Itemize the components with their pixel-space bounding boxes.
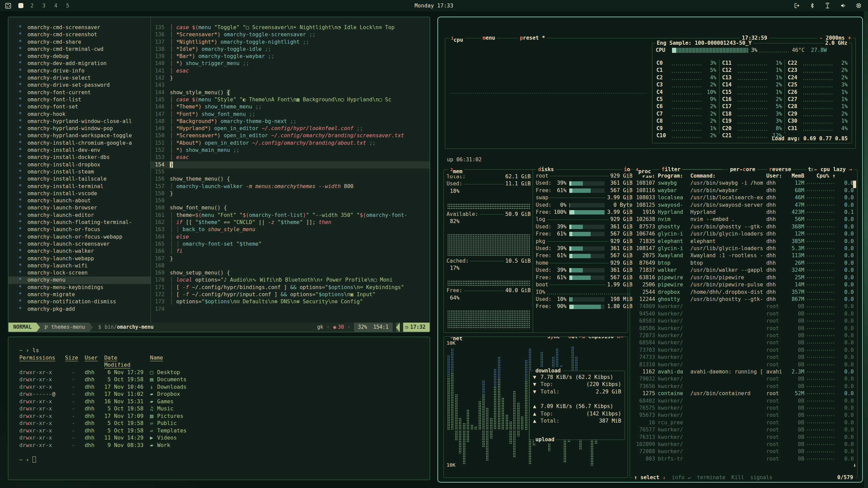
file-item[interactable]: *omarchy-migrate <box>8 291 151 298</box>
preset-button[interactable]: preset * <box>518 35 547 42</box>
signals-button[interactable]: signals <box>750 474 772 481</box>
process-row[interactable]: 1162avahi-daavahi-daemon: running [avahi… <box>630 368 857 375</box>
file-item[interactable]: *omarchy-menu-keybindings <box>8 284 151 291</box>
code-buffer[interactable]: 135│ case $(menu "Toggle" "▢ Screensaver… <box>151 17 430 323</box>
workspace-2[interactable]: 2 <box>29 3 35 9</box>
file-item[interactable]: *omarchy-install-dropbox <box>8 161 151 168</box>
file-item[interactable]: *omarchy-install-dev-env <box>8 147 151 154</box>
workspace-1-active[interactable] <box>18 3 23 8</box>
file-item[interactable]: *omarchy-launch-or-focus <box>8 226 151 233</box>
workspace-3[interactable]: 3 <box>41 3 47 9</box>
file-item[interactable]: *omarchy-dev-add-migration <box>8 60 151 67</box>
process-row[interactable]: 68402kworker/root0B0.0 <box>630 398 857 405</box>
process-row[interactable]: 73656kworker/root0B0.0 <box>630 383 857 390</box>
proc-scroll-down-icon[interactable]: ↓ <box>853 462 856 469</box>
filter-button[interactable]: filter <box>660 166 682 173</box>
process-row[interactable]: 68586kworker/root0B0.0 <box>630 325 857 332</box>
process-row[interactable]: 87649btopbtopdhh26M0.0 <box>630 260 857 267</box>
file-list[interactable]: *omarchy-cmd-screensaver*omarchy-cmd-scr… <box>8 17 151 323</box>
file-item[interactable]: *omarchy-cmd-terminal-cwd <box>8 46 151 53</box>
terminate-button[interactable]: terminate <box>697 474 725 481</box>
process-row[interactable]: 76577kworker/root0B0.0 <box>630 426 857 433</box>
file-item[interactable]: *omarchy-font-current <box>8 89 151 96</box>
process-row[interactable]: 72073kworker/root0B0.0 <box>630 332 857 339</box>
process-row[interactable]: 87573ghostty/usr/bin/ghostty --gtk-dhh36… <box>630 223 857 230</box>
file-item[interactable]: *omarchy-install-terminal <box>8 183 151 190</box>
process-row[interactable]: 16rcu_preeroot0B0.0 <box>630 419 857 426</box>
network-icon[interactable] <box>824 2 831 9</box>
file-item[interactable]: *omarchy-font-set <box>8 103 151 110</box>
file-item[interactable]: *omarchy-install-vscode <box>8 190 151 197</box>
file-item[interactable]: *omarchy-cmd-share <box>8 39 151 46</box>
file-item[interactable]: *omarchy-lock-screen <box>8 269 151 277</box>
process-row[interactable]: 803btrfs-trroot0B0.0 <box>630 455 857 463</box>
process-row[interactable]: 74733kworker/root0B0.0 <box>630 354 857 361</box>
workspace-4[interactable]: 4 <box>53 3 59 9</box>
filter-input[interactable] <box>682 166 722 169</box>
volume-icon[interactable] <box>840 2 847 9</box>
process-row[interactable]: 108116waybar/usr/bin/waybardhh68M0.0 <box>630 187 857 194</box>
workspace-5[interactable]: 5 <box>64 3 71 9</box>
process-row[interactable]: 1275containe/usr/bin/containerdroot52M0.… <box>630 390 857 397</box>
file-item[interactable]: *omarchy-launch-editor <box>8 212 151 219</box>
file-item[interactable]: *omarchy-drive-select <box>8 75 151 82</box>
process-row[interactable]: 102638nvimnvim --embed .dhh56M0.0 <box>630 216 857 223</box>
kill-button[interactable]: Kill <box>731 474 744 481</box>
file-item[interactable]: *omarchy-install-tailscale <box>8 176 151 183</box>
process-row[interactable]: 71835elephantelephantdhh385M0.0 <box>630 238 857 245</box>
process-row[interactable]: 1916HyprlandHyprlanddhh423M0.1 <box>630 209 857 216</box>
sort-selector[interactable]: ← cpu lazy → <box>812 166 854 173</box>
reverse-button[interactable]: reverse <box>767 166 793 173</box>
process-row[interactable]: 81310kworker/root0B0.0 <box>630 361 857 368</box>
file-item[interactable]: *omarchy-hyprland-workspace-toggle <box>8 132 151 139</box>
process-row[interactable]: 108033localsea/usr/lib/localsearch-exdhh… <box>630 194 857 201</box>
process-row[interactable]: 72088kworker/root0B0.0 <box>630 448 857 455</box>
process-row[interactable]: 106746glycin-i/usr/lib/glycin-loadersdhh… <box>630 230 857 238</box>
net-interface-selector[interactable]: ←b enp191s0 n→ <box>577 337 625 340</box>
file-item[interactable]: *omarchy-launch-floating-terminal- <box>8 219 151 226</box>
process-row[interactable]: 76313kworker/root0B0.0 <box>630 434 857 441</box>
file-item[interactable]: *omarchy-launch-screensaver <box>8 241 151 248</box>
select-control[interactable]: ↑ select ↓ <box>634 474 666 481</box>
process-row[interactable]: 108107swaybg/usr/bin/swaybg -i /homdhh12… <box>630 180 857 187</box>
net-sync-button[interactable]: sync <box>546 337 561 340</box>
process-row[interactable]: 95673kworker/root0B0.0 <box>630 412 857 419</box>
menu-button[interactable]: menu <box>481 35 497 42</box>
process-row[interactable]: 108147glycin-i/usr/lib/glycin-loadersdhh… <box>630 245 857 252</box>
process-row[interactable]: 2075XwaylandXwayland :1 -rootless -dhh11… <box>630 252 857 259</box>
process-row[interactable]: 2506pipewire/usr/bin/pipewire-pulsedhh14… <box>630 281 857 288</box>
file-item[interactable]: *omarchy-hook <box>8 111 151 118</box>
file-item[interactable]: *omarchy-drive-info <box>8 67 151 75</box>
file-item[interactable]: *omarchy-launch-wifi <box>8 262 151 269</box>
neovim-window[interactable]: *omarchy-cmd-screensaver*omarchy-cmd-scr… <box>8 17 430 332</box>
info-button[interactable]: info ↵ <box>672 474 691 481</box>
process-row[interactable]: 76575kworker/root0B0.0 <box>630 405 857 412</box>
file-item[interactable]: *omarchy-hyprland-window-pop <box>8 125 151 132</box>
proc-scrollbar-thumb[interactable] <box>853 181 856 188</box>
file-item[interactable]: *omarchy-launch-about <box>8 197 151 204</box>
file-item[interactable]: *omarchy-launch-or-focus-webapp <box>8 233 151 241</box>
process-row[interactable]: 71837walker/usr/bin/walker --gappldhh324… <box>630 267 857 274</box>
file-item[interactable]: *omarchy-cmd-screensaver <box>8 24 151 31</box>
process-row[interactable]: 94540kworker/root0B0.0 <box>630 310 857 318</box>
cpu-chip-icon[interactable] <box>855 2 862 9</box>
omarchy-logo-icon[interactable] <box>5 2 12 9</box>
per-core-button[interactable]: per-core <box>728 166 757 173</box>
bluetooth-icon[interactable] <box>809 2 815 9</box>
process-row[interactable]: 73703kworker/root0B0.0 <box>630 347 857 354</box>
process-row[interactable]: 74869kworker/root0B0.0 <box>630 303 857 310</box>
file-item[interactable]: *omarchy-launch-browser <box>8 204 151 211</box>
process-row[interactable]: 2544dropbox/home/dhh/.dropbox-distdhh357… <box>630 289 857 296</box>
file-item[interactable]: *omarchy-font-list <box>8 96 151 103</box>
file-item[interactable]: *omarchy-install-chromium-google-a <box>8 140 151 147</box>
file-item[interactable]: *omarchy-install-steam <box>8 168 151 176</box>
process-row[interactable]: 12244ghostty/usr/bin/ghostty --gtk-dhh86… <box>630 296 857 303</box>
process-row[interactable]: 102099kworker/root0B0.0 <box>630 441 857 448</box>
process-row[interactable]: 68583kworker/root0B0.0 <box>630 318 857 325</box>
file-item[interactable]: *omarchy-hyprland-window-close-all <box>8 118 151 125</box>
file-item[interactable]: *omarchy-drive-set-password <box>8 82 151 89</box>
file-item[interactable]: *omarchy-launch-walker <box>8 248 151 255</box>
process-row[interactable]: 68584kworker/root0B0.0 <box>630 339 857 346</box>
btop-window[interactable]: 1cpumenupreset *17:32:59- 2000ms +Eng Sa… <box>437 17 863 483</box>
file-item[interactable]: *omarchy-debug <box>8 53 151 60</box>
